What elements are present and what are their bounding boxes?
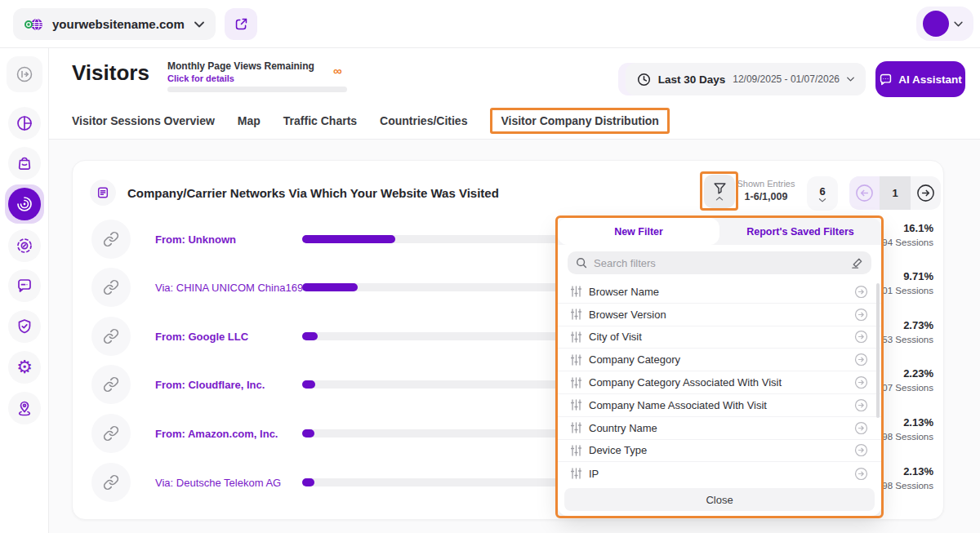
row-label[interactable]: From: Amazon.com, Inc. [155,428,278,440]
website-selector[interactable]: yourwebsitename.com [13,8,216,40]
collapse-arrow-icon [16,65,33,83]
link-icon-bubble [91,220,131,259]
tab-visitor-sessions-overview[interactable]: Visitor Sessions Overview [72,114,215,127]
chevron-down-icon [194,21,204,28]
link-icon [103,376,119,393]
link-icon-bubble [91,317,131,356]
current-page: 1 [880,176,910,210]
row-label[interactable]: From: Unknown [155,233,236,246]
sidebar: ⚙ [0,48,49,533]
date-range-value: 12/09/2025 - 01/07/2026 [733,73,840,85]
bar-fill [302,380,315,389]
row-percent: 2.73% [877,319,933,331]
sidebar-toggle-button[interactable] [7,56,42,92]
card-title: Company/Carrier Networks Via Which Your … [127,186,499,200]
chevron-down-icon [954,21,963,27]
record-scan-icon [16,238,33,254]
row-stats: 2.23% 207 Sessions [877,367,933,393]
link-icon [103,328,119,344]
clock-icon [637,73,651,87]
bar-fill [302,283,358,291]
arrow-left-circle-icon [854,183,875,203]
link-icon [103,425,119,442]
sidebar-item-locations[interactable] [8,392,41,424]
next-page-button[interactable] [911,176,941,210]
ai-assistant-button[interactable]: AI Assistant [875,61,965,97]
pagination: 1 [849,176,941,210]
chevron-down-icon [847,77,854,82]
row-sessions: 198 Sessions [877,481,933,491]
tab-visitor-company-distribution[interactable]: Visitor Company Distribution [490,108,669,134]
document-icon [96,186,109,199]
tab-traffic-charts[interactable]: Traffic Charts [283,114,357,127]
filter-button[interactable] [704,175,735,208]
link-icon [103,474,119,491]
quota-infinity-value: ∞ [333,64,342,78]
previous-page-button[interactable] [849,176,880,210]
gear-icon: ⚙ [16,358,33,376]
shopping-bag-icon [16,155,33,171]
date-preset-label: Last 30 Days [658,73,726,86]
user-menu[interactable] [916,7,973,41]
open-website-button[interactable] [225,8,257,40]
quota-details-link[interactable]: Click for details [167,73,234,83]
ai-assistant-label: AI Assistant [898,73,962,86]
date-range-picker[interactable]: Last 30 Days 12/09/2025 - 01/07/2026 [626,63,866,95]
tab-map[interactable]: Map [238,114,261,127]
report-icon-bubble [90,180,116,206]
page-title: Visitors [72,60,149,86]
sidebar-item-security[interactable] [8,310,41,343]
sidebar-item-visitors-active[interactable] [5,184,44,224]
row-percent: 2.13% [877,465,933,477]
row-sessions: 198 Sessions [877,432,933,442]
bar-fill [302,478,314,486]
sidebar-item-store[interactable] [8,147,41,180]
sidebar-item-settings[interactable]: ⚙ [8,351,41,384]
link-icon [103,279,119,295]
sidebar-item-recordings[interactable] [8,229,41,262]
row-label[interactable]: Via: Deutsche Telekom AG [155,477,281,489]
report-tabs: Visitor Sessions Overview Map Traffic Ch… [72,104,670,137]
row-stats: 9.71% 901 Sessions [877,270,933,295]
row-percent: 2.13% [877,416,933,429]
row-sessions: 253 Sessions [877,335,933,344]
row-label[interactable]: From: Google LLC [155,331,248,343]
funnel-icon [713,182,727,195]
page-size-value: 6 [819,185,825,198]
row-sessions: 901 Sessions [877,286,933,295]
row-label[interactable]: From: Cloudflare, Inc. [155,379,265,391]
chevron-up-icon [715,197,724,201]
pie-chart-icon [16,115,33,131]
sidebar-item-feedback[interactable] [8,269,41,302]
location-pin-icon [16,400,33,416]
row-stats: 2.13% 198 Sessions [877,416,933,442]
link-icon-bubble [91,463,131,502]
row-percent: 2.23% [877,367,933,380]
bar-fill [302,429,314,438]
arrow-right-circle-icon [915,183,936,203]
quota-progress-bar [167,87,347,92]
page-size-selector[interactable]: 6 [807,176,838,211]
avatar [923,11,949,37]
bar-fill [302,332,318,340]
chevron-down-icon [818,198,826,202]
website-globe-icon [24,17,44,32]
website-name: yourwebsitename.com [52,17,186,31]
sidebar-item-dashboard[interactable] [8,107,41,140]
link-icon [103,231,119,247]
link-icon-bubble [91,268,131,307]
shown-entries-label: Shown Entries [733,179,799,189]
quota-label: Monthly Page Views Remaining [167,60,314,72]
annotation-box-filter-panel [555,215,884,518]
row-sessions: 207 Sessions [877,383,933,393]
tab-countries-cities[interactable]: Countries/Cities [380,114,467,127]
row-stats: 2.73% 253 Sessions [877,319,933,344]
external-link-icon [234,17,248,31]
bar-fill [302,235,395,243]
row-stats: 2.13% 198 Sessions [877,465,933,491]
row-percent: 9.71% [877,270,933,282]
shown-entries-value: 1-6/1,009 [733,191,799,202]
tabs-divider [49,139,980,140]
shield-check-icon [16,318,33,335]
ai-chat-icon [879,73,893,87]
